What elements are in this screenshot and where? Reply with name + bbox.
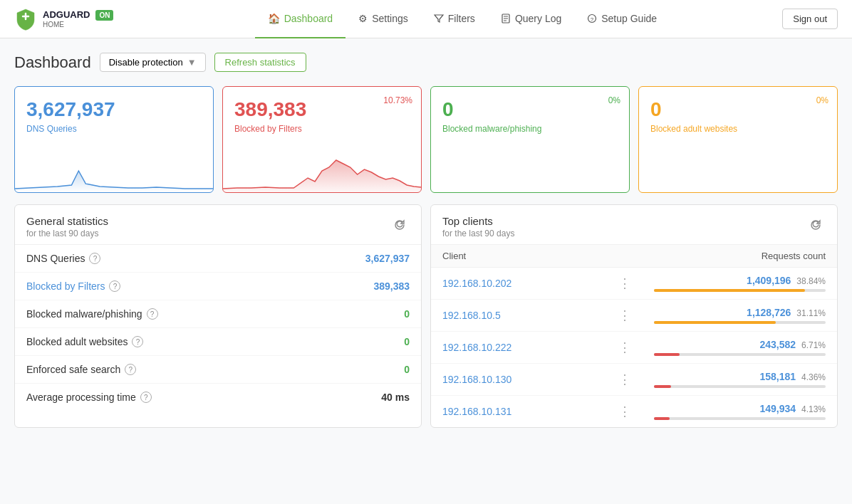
col-header-menu <box>607 245 643 268</box>
client-request-percent: 6.71% <box>801 340 826 350</box>
sign-out-button[interactable]: Sign out <box>782 9 838 29</box>
top-clients-header: Top clients for the last 90 days <box>431 205 837 245</box>
disable-protection-button[interactable]: Disable protection ▼ <box>100 53 206 72</box>
client-actions-menu[interactable]: ⋮ <box>618 372 631 387</box>
client-ip-link[interactable]: 192.168.10.131 <box>442 406 511 417</box>
general-stats-header: General statistics for the last 90 days <box>15 205 421 245</box>
blocked-malware-number: 0 <box>442 98 618 121</box>
clients-table: Client Requests count 192.168.10.202 ⋮ 1… <box>431 245 837 427</box>
disable-protection-label: Disable protection <box>109 57 183 68</box>
nav-item-setup-guide[interactable]: ? Setup Guide <box>574 0 670 38</box>
client-request-count: 158,181 <box>759 371 796 382</box>
avg-time-row-label: Average processing time ? <box>26 392 152 403</box>
client-table-row: 192.168.10.131 ⋮ 149,934 4.13% <box>431 396 837 428</box>
refresh-statistics-button[interactable]: Refresh statistics <box>214 53 306 72</box>
client-menu-cell: ⋮ <box>607 268 643 300</box>
stats-row-blocked-adult: Blocked adult websites ? 0 <box>15 328 421 356</box>
nav-query-log-label: Query Log <box>515 13 561 24</box>
blocked-adult-help-icon[interactable]: ? <box>132 336 143 347</box>
top-clients-subtitle: for the last 90 days <box>442 229 514 238</box>
client-request-count: 1,409,196 <box>747 275 791 286</box>
client-ip-link[interactable]: 192.168.10.130 <box>442 374 511 385</box>
blocked-malware-help-icon[interactable]: ? <box>147 308 158 320</box>
client-actions-menu[interactable]: ⋮ <box>618 340 631 355</box>
blocked-adult-label: Blocked adult websites <box>650 124 826 134</box>
stats-row-safe-search: Enforced safe search ? 0 <box>15 356 421 384</box>
avg-time-help-icon[interactable]: ? <box>140 392 152 403</box>
page-content: Dashboard Disable protection ▼ Refresh s… <box>0 38 852 442</box>
page-header: Dashboard Disable protection ▼ Refresh s… <box>14 53 838 72</box>
blocked-filters-percent: 10.73% <box>383 95 412 105</box>
client-requests-cell: 1,409,196 38.84% <box>643 268 837 300</box>
stat-card-blocked-adult: 0% 0 Blocked adult websites <box>638 86 838 193</box>
blocked-malware-label: Blocked malware/phishing <box>442 124 618 134</box>
page-title: Dashboard <box>14 53 91 72</box>
client-requests-cell: 1,128,726 31.11% <box>643 300 837 332</box>
client-ip-link[interactable]: 192.168.10.222 <box>442 342 511 353</box>
client-ip-link[interactable]: 192.168.10.5 <box>442 310 501 321</box>
client-request-bar-container <box>654 385 826 388</box>
dns-queries-row-value: 3,627,937 <box>365 253 410 264</box>
logo-name: ADGUARD <box>43 10 90 20</box>
blocked-malware-percent: 0% <box>608 95 620 105</box>
client-menu-cell: ⋮ <box>607 396 643 428</box>
client-request-bar-container <box>654 321 826 324</box>
client-request-bar <box>654 289 805 292</box>
client-request-count: 149,934 <box>759 403 796 414</box>
client-request-bar <box>654 385 671 388</box>
general-stats-title-block: General statistics for the last 90 days <box>26 215 108 238</box>
dns-queries-number: 3,627,937 <box>26 98 202 121</box>
home-icon: 🏠 <box>268 13 280 24</box>
dns-queries-row-label: DNS Queries ? <box>26 253 100 264</box>
stats-row-blocked-malware: Blocked malware/phishing ? 0 <box>15 300 421 328</box>
client-actions-menu[interactable]: ⋮ <box>618 404 631 419</box>
query-log-icon <box>501 14 511 23</box>
setup-guide-icon: ? <box>587 14 597 23</box>
general-stats-table: DNS Queries ? 3,627,937 Blocked by Filte… <box>15 245 421 411</box>
client-actions-menu[interactable]: ⋮ <box>618 276 631 290</box>
blocked-filters-help-icon[interactable]: ? <box>109 280 120 292</box>
nav-item-dashboard[interactable]: 🏠 Dashboard <box>255 0 346 38</box>
nav-item-settings[interactable]: ⚙ Settings <box>346 0 421 38</box>
client-request-percent: 38.84% <box>796 276 826 286</box>
client-table-row: 192.168.10.5 ⋮ 1,128,726 31.11% <box>431 300 837 332</box>
client-request-count: 1,128,726 <box>747 307 791 318</box>
col-header-requests: Requests count <box>643 245 837 268</box>
client-request-bar <box>654 321 776 324</box>
bottom-panels: General statistics for the last 90 days … <box>14 204 838 428</box>
client-menu-cell: ⋮ <box>607 364 643 396</box>
blocked-filters-row-label[interactable]: Blocked by Filters ? <box>26 280 120 292</box>
nav-item-filters[interactable]: Filters <box>421 0 488 38</box>
dns-queries-help-icon[interactable]: ? <box>89 253 100 264</box>
client-actions-menu[interactable]: ⋮ <box>618 308 631 322</box>
blocked-malware-row-label: Blocked malware/phishing ? <box>26 308 158 320</box>
client-request-percent: 4.13% <box>801 404 826 414</box>
client-ip-link[interactable]: 192.168.10.202 <box>442 278 511 289</box>
blocked-adult-row-label: Blocked adult websites ? <box>26 336 143 347</box>
client-table-row: 192.168.10.222 ⋮ 243,582 6.71% <box>431 332 837 364</box>
nav-settings-label: Settings <box>372 13 408 24</box>
client-request-bar-container <box>654 289 826 292</box>
top-clients-refresh-icon[interactable] <box>806 215 826 235</box>
client-request-bar <box>654 353 680 356</box>
general-stats-refresh-icon[interactable] <box>390 215 410 235</box>
client-requests-cell: 243,582 6.71% <box>643 332 837 364</box>
general-stats-subtitle: for the last 90 days <box>26 229 108 238</box>
blocked-filters-chart <box>223 149 421 192</box>
filter-icon <box>434 14 444 23</box>
top-clients-title: Top clients <box>442 215 514 227</box>
svg-text:?: ? <box>591 16 594 23</box>
blocked-adult-row-value: 0 <box>404 336 410 347</box>
nav-item-query-log[interactable]: Query Log <box>488 0 574 38</box>
header: ADGUARD ON HOME 🏠 Dashboard ⚙ Settings F… <box>0 0 852 38</box>
blocked-filters-row-value: 389,383 <box>373 280 410 292</box>
stat-card-blocked-filters: 10.73% 389,383 Blocked by Filters <box>222 86 422 193</box>
client-menu-cell: ⋮ <box>607 332 643 364</box>
client-ip-cell: 192.168.10.222 <box>431 332 607 364</box>
dns-queries-chart <box>15 149 213 192</box>
stats-row-dns-queries: DNS Queries ? 3,627,937 <box>15 245 421 273</box>
safe-search-help-icon[interactable]: ? <box>125 364 136 375</box>
client-table-row: 192.168.10.130 ⋮ 158,181 4.36% <box>431 364 837 396</box>
logo: ADGUARD ON HOME <box>14 8 113 31</box>
nav-setup-label: Setup Guide <box>601 13 657 24</box>
